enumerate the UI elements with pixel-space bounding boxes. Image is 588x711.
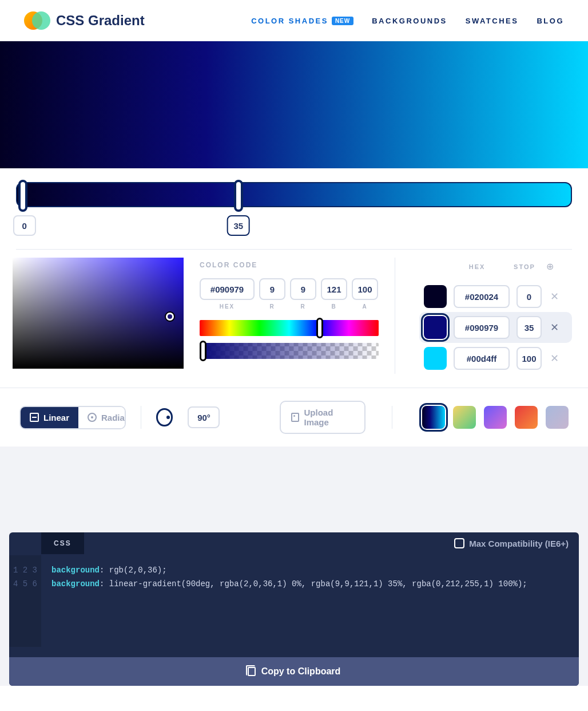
upload-label: Upload Image bbox=[304, 408, 354, 427]
add-stop-icon[interactable]: ⊕ bbox=[544, 261, 555, 272]
image-icon bbox=[291, 413, 300, 422]
preset-4[interactable] bbox=[546, 406, 569, 429]
g-sublabel: R bbox=[290, 303, 316, 310]
gradient-slider: 0 35 bbox=[0, 168, 588, 250]
compat-label: Max Compatibility (IE6+) bbox=[469, 539, 569, 548]
nav: COLOR SHADES NEW BACKGROUNDS SWATCHES BL… bbox=[251, 17, 564, 25]
copy-icon bbox=[248, 667, 256, 676]
stop-position-labels: 0 35 bbox=[16, 215, 572, 250]
header: CSS Gradient COLOR SHADES NEW BACKGROUND… bbox=[0, 0, 588, 41]
checkbox-icon bbox=[454, 538, 464, 548]
code-section: CSS Max Compatibility (IE6+) 1 2 3 4 5 6… bbox=[0, 447, 588, 686]
stop-hex-0[interactable] bbox=[454, 285, 510, 308]
stop-swatch-1[interactable] bbox=[424, 316, 447, 339]
copy-label: Copy to Clipboard bbox=[261, 666, 341, 677]
line-numbers: 1 2 3 4 5 6 bbox=[9, 555, 41, 647]
hex-input[interactable] bbox=[200, 278, 255, 300]
linear-icon bbox=[30, 413, 39, 422]
close-icon[interactable]: ✕ bbox=[549, 321, 560, 334]
nav-backgrounds[interactable]: BACKGROUNDS bbox=[372, 17, 447, 25]
r-input[interactable] bbox=[259, 278, 285, 300]
stop-row-1: ✕ bbox=[419, 312, 572, 343]
b-sublabel: B bbox=[321, 303, 347, 310]
color-picker[interactable] bbox=[13, 258, 184, 369]
hue-handle[interactable] bbox=[316, 318, 323, 338]
slider-handle-1[interactable] bbox=[234, 180, 243, 212]
stop-swatch-0[interactable] bbox=[424, 285, 447, 308]
preset-2[interactable] bbox=[484, 406, 507, 429]
gradient-type-toggle: Linear Radial bbox=[19, 406, 126, 429]
stop-hex-2[interactable] bbox=[454, 347, 510, 370]
stop-pos-0[interactable] bbox=[517, 285, 542, 308]
app-title: CSS Gradient bbox=[56, 13, 145, 29]
css-tab[interactable]: CSS bbox=[41, 532, 84, 554]
radial-label: Radial bbox=[101, 413, 126, 422]
controls-row: COLOR CODE HEX R R B A HEX STOP ⊕ bbox=[0, 250, 588, 388]
nav-swatches[interactable]: SWATCHES bbox=[466, 17, 519, 25]
stops-header-hex: HEX bbox=[449, 263, 505, 270]
angle-knob[interactable] bbox=[156, 408, 173, 426]
close-icon[interactable]: ✕ bbox=[549, 352, 560, 365]
b-input[interactable] bbox=[321, 278, 347, 300]
radial-icon bbox=[88, 413, 97, 422]
a-input[interactable] bbox=[352, 278, 378, 300]
nav-blog[interactable]: BLOG bbox=[537, 17, 564, 25]
preset-0[interactable] bbox=[422, 406, 445, 429]
color-code-label: COLOR CODE bbox=[200, 261, 379, 269]
angle-input[interactable] bbox=[188, 406, 220, 428]
code-box: CSS Max Compatibility (IE6+) 1 2 3 4 5 6… bbox=[9, 532, 579, 686]
linear-label: Linear bbox=[43, 413, 69, 422]
stop-label-1[interactable]: 35 bbox=[227, 215, 250, 236]
max-compat-toggle[interactable]: Max Compatibility (IE6+) bbox=[454, 538, 569, 548]
code-body: 1 2 3 4 5 6 background: rgb(2,0,36); bac… bbox=[9, 554, 579, 657]
logo-icon bbox=[24, 9, 49, 32]
badge-new: NEW bbox=[332, 17, 353, 25]
logo[interactable]: CSS Gradient bbox=[24, 9, 145, 32]
stop-row-2: ✕ bbox=[419, 343, 572, 374]
radial-button[interactable]: Radial bbox=[78, 407, 126, 428]
code-header: CSS Max Compatibility (IE6+) bbox=[9, 532, 579, 554]
upload-image-button[interactable]: Upload Image bbox=[280, 401, 365, 434]
stop-pos-1[interactable] bbox=[517, 316, 542, 339]
stops-header-stop: STOP bbox=[512, 263, 537, 270]
linear-button[interactable]: Linear bbox=[21, 407, 78, 428]
close-icon[interactable]: ✕ bbox=[549, 290, 560, 303]
picker-cursor[interactable] bbox=[166, 313, 174, 321]
g-input[interactable] bbox=[290, 278, 316, 300]
r-sublabel: R bbox=[259, 303, 285, 310]
bottom-bar: Linear Radial Upload Image bbox=[0, 388, 588, 447]
stop-swatch-2[interactable] bbox=[424, 347, 447, 370]
color-code-column: COLOR CODE HEX R R B A bbox=[200, 258, 379, 374]
a-sublabel: A bbox=[352, 303, 378, 310]
stops-panel: HEX STOP ⊕ ✕ ✕ ✕ bbox=[395, 258, 572, 374]
nav-color-shades[interactable]: COLOR SHADES NEW bbox=[251, 17, 353, 25]
stop-hex-1[interactable] bbox=[454, 316, 510, 339]
preset-1[interactable] bbox=[453, 406, 476, 429]
slider-track[interactable] bbox=[16, 182, 572, 207]
stop-row-0: ✕ bbox=[419, 281, 572, 312]
slider-handle-0[interactable] bbox=[18, 180, 27, 212]
copy-button[interactable]: Copy to Clipboard bbox=[9, 657, 579, 686]
code-content[interactable]: background: rgb(2,0,36); background: lin… bbox=[41, 555, 538, 647]
gradient-preview bbox=[0, 41, 588, 168]
alpha-slider[interactable] bbox=[200, 343, 379, 359]
nav-label: COLOR SHADES bbox=[251, 17, 328, 25]
hue-slider[interactable] bbox=[200, 320, 379, 336]
preset-3[interactable] bbox=[515, 406, 538, 429]
alpha-handle[interactable] bbox=[200, 341, 206, 361]
hex-sublabel: HEX bbox=[200, 303, 255, 310]
stop-label-0[interactable]: 0 bbox=[13, 215, 36, 236]
preset-row bbox=[422, 406, 569, 429]
stop-pos-2[interactable] bbox=[517, 347, 542, 370]
